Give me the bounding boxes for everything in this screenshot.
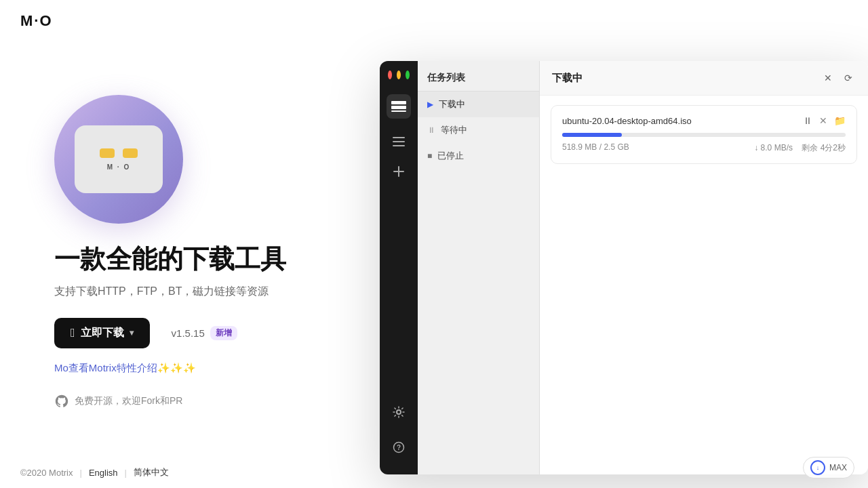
github-row: 免费开源，欢迎Fork和PR [54, 394, 339, 409]
play-icon: ▶ [427, 100, 433, 109]
sidebar-help-btn[interactable]: ? [387, 435, 411, 460]
hero-section: M · O 一款全能的下载工具 支持下载HTTP，FTP，BT，磁力链接等资源 … [54, 95, 339, 409]
robot-eyes [100, 148, 138, 158]
cta-row:  立即下载 ▾ v1.5.15 新增 [54, 318, 339, 348]
lang-zh[interactable]: 简体中文 [134, 466, 169, 479]
sidebar-menu-btn[interactable] [387, 129, 411, 154]
version-info: v1.5.15 新增 [172, 326, 237, 340]
download-meta: 518.9 MB / 2.5 GB ↓ 8.0 MB/s 剩余 4分2秒 [562, 142, 846, 154]
speed-info: ↓ 8.0 MB/s 剩余 4分2秒 [754, 142, 846, 154]
chevron-down-icon: ▾ [130, 328, 134, 338]
sidebar-bottom: ? [387, 400, 411, 474]
download-area-title: 下载中 [552, 72, 583, 85]
app-icon-inner: M · O [75, 125, 163, 193]
apple-icon:  [71, 326, 75, 340]
logo: M·O [20, 12, 53, 30]
close-panel-btn[interactable]: ✕ [821, 70, 835, 85]
feature-link[interactable]: Mo查看Motrix特性介绍✨✨✨ [54, 362, 339, 375]
new-badge: 新增 [210, 326, 237, 340]
traffic-lights [380, 61, 418, 89]
download-btn-label: 立即下载 [81, 326, 124, 340]
svg-rect-0 [391, 101, 406, 104]
task-item-waiting[interactable]: ⏸ 等待中 [418, 117, 539, 143]
sidebar: ? [380, 61, 418, 474]
github-text: 免费开源，欢迎Fork和PR [75, 395, 182, 407]
footer-divider2: | [125, 468, 127, 478]
download-header: 下载中 ✕ ⟳ [540, 61, 868, 96]
hero-subtitle: 支持下载HTTP，FTP，BT，磁力链接等资源 [54, 285, 339, 299]
stop-icon: ■ [427, 151, 432, 161]
task-label-downloading: 下载中 [439, 98, 465, 110]
sidebar-logo [387, 94, 411, 119]
app-window: ? 任务列表 ▶ 下载中 ⏸ 等待中 ■ 已停止 下载中 ✕ ⟳ [380, 61, 868, 474]
github-icon [54, 394, 69, 409]
indicator-icon: ↓ [816, 464, 820, 471]
task-panel: 任务列表 ▶ 下载中 ⏸ 等待中 ■ 已停止 [418, 61, 540, 474]
task-panel-header: 任务列表 [418, 61, 539, 92]
task-item-stopped[interactable]: ■ 已停止 [418, 143, 539, 169]
progress-bar [562, 133, 846, 137]
svg-rect-7 [393, 171, 404, 172]
minimize-button[interactable] [397, 70, 401, 79]
refresh-btn[interactable]: ⟳ [841, 70, 856, 85]
indicator-label: MAX [829, 463, 847, 472]
svg-rect-5 [393, 145, 405, 146]
robot-eye-left [100, 148, 115, 158]
download-area: 下载中 ✕ ⟳ ubuntu-20.04-desktop-amd64.iso ⏸… [540, 61, 868, 474]
download-header-actions: ✕ ⟳ [821, 70, 856, 85]
copyright: ©2020 Motrix [20, 468, 73, 478]
app-icon: M · O [54, 95, 183, 224]
svg-rect-2 [391, 110, 406, 112]
bottom-right-indicator: ↓ MAX [803, 457, 854, 479]
task-label-waiting: 等待中 [441, 124, 467, 136]
footer-divider: | [80, 468, 82, 478]
close-button[interactable] [388, 70, 392, 79]
pause-icon: ⏸ [427, 125, 435, 135]
svg-rect-3 [393, 137, 405, 138]
version-text: v1.5.15 [172, 327, 205, 339]
robot-eye-right [123, 148, 138, 158]
download-filename: ubuntu-20.04-desktop-amd64.iso [562, 116, 692, 126]
sidebar-add-btn[interactable] [387, 159, 411, 184]
maximize-button[interactable] [406, 70, 410, 79]
hero-title: 一款全能的下载工具 [54, 244, 339, 275]
size-info: 518.9 MB / 2.5 GB [562, 142, 629, 154]
svg-text:?: ? [397, 444, 401, 451]
footer: ©2020 Motrix | English | 简体中文 [0, 466, 868, 479]
download-item-actions: ⏸ ✕ 📁 [803, 115, 846, 126]
lang-en[interactable]: English [89, 468, 118, 478]
svg-rect-1 [391, 106, 406, 109]
remove-item-btn[interactable]: ✕ [819, 115, 827, 126]
task-item-downloading[interactable]: ▶ 下载中 [418, 92, 539, 117]
pause-item-btn[interactable]: ⏸ [803, 115, 812, 126]
robot-label: M · O [107, 163, 130, 171]
download-item-top: ubuntu-20.04-desktop-amd64.iso ⏸ ✕ 📁 [562, 115, 846, 126]
sidebar-settings-btn[interactable] [387, 400, 411, 424]
progress-bar-fill [562, 133, 622, 137]
header: M·O [0, 0, 868, 42]
task-label-stopped: 已停止 [437, 150, 464, 162]
download-button[interactable]:  立即下载 ▾ [54, 318, 150, 348]
svg-rect-4 [393, 141, 405, 142]
svg-point-8 [397, 410, 401, 414]
folder-item-btn[interactable]: 📁 [834, 115, 846, 126]
download-item: ubuntu-20.04-desktop-amd64.iso ⏸ ✕ 📁 518… [551, 105, 857, 164]
indicator-circle: ↓ [810, 460, 825, 475]
